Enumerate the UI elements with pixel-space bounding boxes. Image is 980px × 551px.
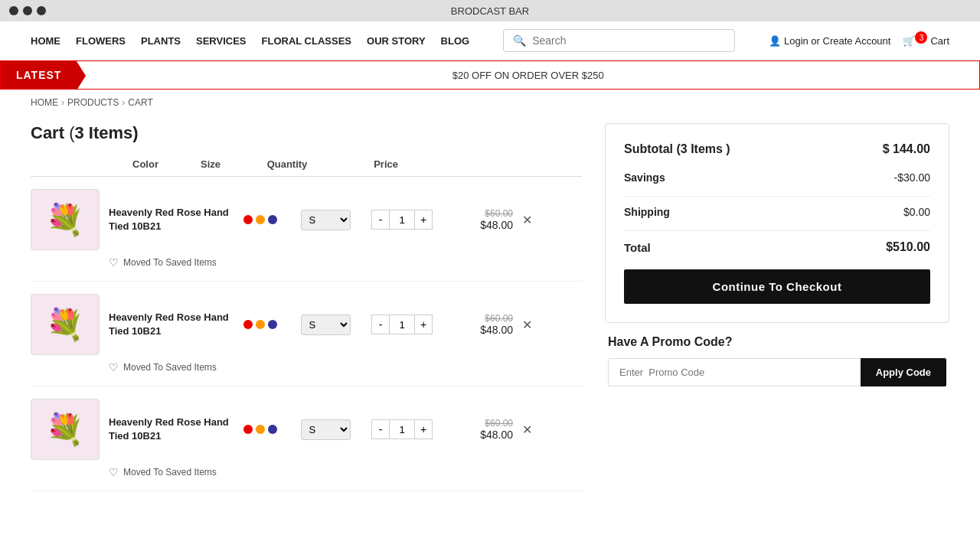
qty-decrement-2[interactable]: - <box>371 315 390 334</box>
summary-title: Subtotal (3 Items ) $ 144.00 <box>624 142 930 156</box>
search-bar[interactable]: 🔍 <box>503 29 735 52</box>
color-dot-yellow[interactable] <box>256 320 265 329</box>
item-image: 💐 <box>31 189 100 250</box>
item-image: 💐 <box>31 399 100 460</box>
save-item-2[interactable]: ♡ Moved To Saved Items <box>31 361 582 373</box>
qty-increment-3[interactable]: + <box>414 419 433 439</box>
save-item-3[interactable]: ♡ Moved To Saved Items <box>31 466 582 478</box>
color-dot-yellow[interactable] <box>256 215 265 224</box>
size-select-2[interactable]: SML <box>301 315 351 335</box>
item-size: SML <box>291 419 360 440</box>
item-qty: - + <box>360 315 444 334</box>
nav-floral-classes[interactable]: FLORAL CLASSES <box>262 35 352 47</box>
item-size: SML <box>291 210 360 230</box>
cart-section: Cart (3 Items) Color Size Quantity Price… <box>31 123 582 491</box>
nav-links: HOME FLOWERS PLANTS SERVICES FLORAL CLAS… <box>31 35 469 47</box>
promo-banner: LATEST $20 OFF ON ORDER OVER $250 <box>0 60 980 90</box>
savings-row: Savings -$30.00 <box>624 171 930 184</box>
save-item-1[interactable]: ♡ Moved To Saved Items <box>31 256 582 269</box>
color-dot-yellow[interactable] <box>256 425 265 434</box>
nav-services[interactable]: SERVICES <box>196 35 247 47</box>
breadcrumb-cart: CART <box>128 97 152 108</box>
total-value: $510.00 <box>886 240 930 254</box>
header-color: Color <box>115 158 176 170</box>
cart-link[interactable]: 🛒 3 Cart <box>903 35 949 47</box>
summary-box: Subtotal (3 Items ) $ 144.00 Savings -$3… <box>605 123 949 323</box>
nav-blog[interactable]: BLOG <box>441 35 470 47</box>
cart-item-row: 💐 Heavenly Red Rose Hand Tied 10B21 SML … <box>31 294 582 355</box>
summary-title-text: Subtotal (3 Items ) <box>624 142 730 156</box>
color-dot-red[interactable] <box>243 425 253 434</box>
nav-plants[interactable]: PLANTS <box>141 35 181 47</box>
search-icon: 🔍 <box>513 34 526 47</box>
cart-item: 💐 Heavenly Red Rose Hand Tied 10B21 SML … <box>31 386 582 491</box>
header-size: Size <box>176 158 245 170</box>
breadcrumb-products[interactable]: PRODUCTS <box>67 97 119 108</box>
navigation: HOME FLOWERS PLANTS SERVICES FLORAL CLAS… <box>0 21 980 60</box>
qty-decrement-1[interactable]: - <box>371 210 390 230</box>
savings-label: Savings <box>624 171 665 184</box>
item-size: SML <box>291 315 360 335</box>
color-dot-red[interactable] <box>243 320 253 329</box>
size-select-1[interactable]: SML <box>301 210 351 230</box>
item-price: $60.00 $48.00 <box>444 313 513 336</box>
color-dot-blue[interactable] <box>268 320 277 329</box>
nav-actions: 👤 Login or Create Account 🛒 3 Cart <box>769 35 949 47</box>
savings-value: -$30.00 <box>894 171 930 184</box>
qty-decrement-3[interactable]: - <box>371 419 390 439</box>
divider <box>624 230 930 231</box>
nav-home[interactable]: HOME <box>31 35 60 47</box>
color-dot-red[interactable] <box>243 215 253 224</box>
qty-increment-2[interactable]: + <box>414 315 433 334</box>
item-colors <box>230 425 291 434</box>
maximize-dot <box>37 6 46 15</box>
summary-close-paren: ) <box>723 142 730 155</box>
login-link[interactable]: 👤 Login or Create Account <box>769 35 890 47</box>
flower-image-icon: 💐 <box>46 307 84 343</box>
color-dot-blue[interactable] <box>268 215 277 224</box>
promo-section: Have A Promo Code? Apply Code <box>605 335 949 386</box>
cart-title-text: Cart <box>31 123 64 142</box>
item-name: Heavenly Red Rose Hand Tied 10B21 <box>100 311 230 338</box>
heart-icon-3: ♡ <box>109 466 119 478</box>
remove-button-3[interactable]: ✕ <box>522 422 532 437</box>
nav-our-story[interactable]: OUR STORY <box>367 35 426 47</box>
save-label-1: Moved To Saved Items <box>123 257 217 268</box>
qty-input-1[interactable] <box>390 210 414 230</box>
color-dot-blue[interactable] <box>268 425 277 434</box>
main-content: Cart (3 Items) Color Size Quantity Price… <box>0 116 980 499</box>
flower-image-icon: 💐 <box>46 202 84 238</box>
cart-icon: 🛒 <box>903 35 915 47</box>
total-label: Total <box>624 241 651 254</box>
banner-tag: LATEST <box>1 61 77 89</box>
shipping-row: Shipping $0.00 <box>624 206 930 218</box>
item-colors <box>230 215 291 224</box>
qty-input-2[interactable] <box>390 315 414 334</box>
subtotal-label: Subtotal <box>624 142 673 155</box>
item-qty: - + <box>360 210 444 230</box>
promo-row: Apply Code <box>608 358 946 386</box>
remove-button-1[interactable]: ✕ <box>522 213 532 227</box>
cart-header: Color Size Quantity Price <box>31 155 582 177</box>
apply-code-button[interactable]: Apply Code <box>861 358 946 386</box>
price-current-2: $48.00 <box>444 324 513 336</box>
search-input[interactable] <box>532 34 725 47</box>
close-dot <box>9 6 18 15</box>
checkout-button[interactable]: Continue To Checkout <box>624 269 930 304</box>
title-bar: BRODCAST BAR <box>0 0 980 21</box>
remove-button-2[interactable]: ✕ <box>522 318 532 332</box>
promo-input[interactable] <box>608 358 861 386</box>
promo-title: Have A Promo Code? <box>608 335 946 349</box>
cart-item-row: 💐 Heavenly Red Rose Hand Tied 10B21 SML … <box>31 399 582 460</box>
shipping-value: $0.00 <box>903 206 930 218</box>
item-image: 💐 <box>31 294 100 355</box>
qty-input-3[interactable] <box>390 419 414 439</box>
save-label-2: Moved To Saved Items <box>123 362 217 373</box>
size-select-3[interactable]: SML <box>301 419 351 440</box>
nav-flowers[interactable]: FLOWERS <box>76 35 126 47</box>
breadcrumb-home[interactable]: HOME <box>31 97 58 108</box>
qty-increment-1[interactable]: + <box>414 210 433 230</box>
summary-panel: Subtotal (3 Items ) $ 144.00 Savings -$3… <box>605 123 949 386</box>
cart-title: Cart (3 Items) <box>31 123 582 143</box>
item-colors <box>230 320 291 329</box>
